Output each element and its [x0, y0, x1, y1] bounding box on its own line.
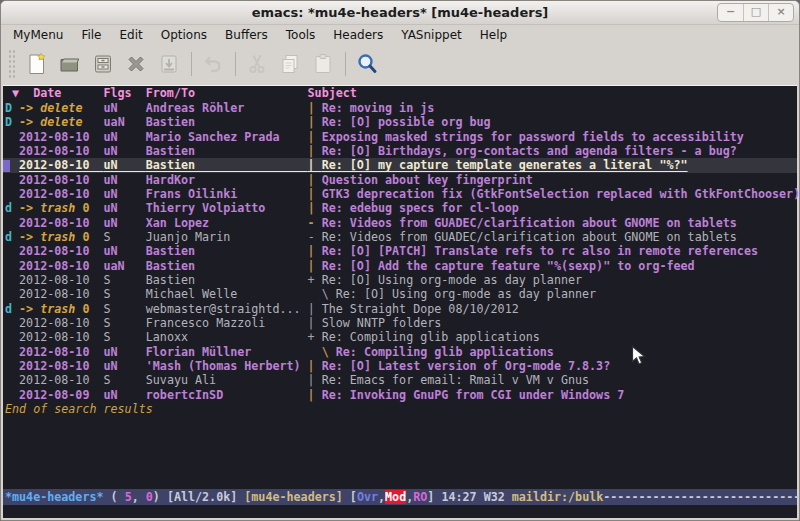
- menu-tools[interactable]: Tools: [277, 28, 325, 42]
- flags-cell: uN: [104, 101, 146, 115]
- from-cell: Frans Oilinki: [146, 187, 308, 201]
- thread-prefix: |: [308, 101, 322, 115]
- thread-prefix: |: [308, 144, 322, 158]
- message-row[interactable]: 2012-08-10 uN Florian Müllner \ Re: Comp…: [3, 345, 797, 359]
- menu-options[interactable]: Options: [152, 28, 216, 42]
- menu-help[interactable]: Help: [471, 28, 516, 42]
- menu-edit[interactable]: Edit: [111, 28, 152, 42]
- modeline-ro: RO: [413, 490, 427, 504]
- from-cell: Thierry Volpiatto: [146, 201, 308, 215]
- row-body: 2012-08-10 S Lanoxx + Re: Compiling glib…: [19, 330, 540, 344]
- menu-mymenu[interactable]: MyMenu: [4, 28, 72, 42]
- mark-char-cell: [5, 316, 19, 330]
- window-controls: −□×: [717, 3, 794, 22]
- message-row[interactable]: 2012-08-10 uN Bastien | Re: [O] Birthday…: [3, 144, 797, 158]
- search-button[interactable]: [354, 51, 380, 77]
- subject-cell: Re: edebug specs for cl-loop: [322, 201, 519, 215]
- message-row[interactable]: D -> delete uN Andreas Röhler | Re: movi…: [3, 101, 797, 115]
- menu-headers[interactable]: Headers: [324, 28, 392, 42]
- toolbar-grip-handle[interactable]: [8, 49, 16, 79]
- modeline-num: 0: [146, 490, 153, 504]
- thread-prefix: +: [308, 273, 322, 287]
- menu-yasnippet[interactable]: YASnippet: [392, 28, 471, 42]
- subject-cell: Re: Compiling glib applications: [336, 345, 554, 359]
- toolbar-separator: [345, 52, 346, 76]
- date-cell: 2012-08-10: [19, 345, 103, 359]
- row-body: 2012-08-09 uN robertcInSD | Re: Invoking…: [19, 388, 624, 402]
- modeline-pl: [: [350, 490, 357, 504]
- minibuffer-echo-area[interactable]: [3, 505, 797, 521]
- row-body: 2012-08-10 uN Bastien | Re: [O] Birthday…: [19, 144, 737, 158]
- new-file-button[interactable]: [24, 51, 50, 77]
- thread-prefix: |: [308, 316, 322, 330]
- from-cell: Bastien: [146, 244, 308, 258]
- delete-button[interactable]: [123, 51, 149, 77]
- message-row[interactable]: 2012-08-10 uN Bastien | Re: [O] [PATCH] …: [3, 244, 797, 258]
- subject-cell: Exposing masked strings for password fie…: [322, 130, 744, 144]
- message-row[interactable]: d -> trash 0 uN Thierry Volpiatto | Re: …: [3, 201, 797, 215]
- flags-cell: uaN: [104, 259, 146, 273]
- message-row[interactable]: 2012-08-10 uN Frans Oilinki | GTK3 depre…: [3, 187, 797, 201]
- from-cell: Bastien: [146, 259, 308, 273]
- title-bar[interactable]: emacs: *mu4e-headers* [mu4e-headers] −□×: [1, 1, 799, 25]
- open-folder-button[interactable]: [57, 51, 83, 77]
- from-cell: Michael Welle: [146, 287, 308, 301]
- maximize-button[interactable]: □: [743, 4, 768, 21]
- message-row[interactable]: 2012-08-10 uN Bastien | Re: [O] my captu…: [3, 158, 797, 172]
- flags-cell: uN: [104, 216, 146, 230]
- close-button[interactable]: ×: [768, 4, 793, 21]
- modeline-pl: ]: [427, 490, 441, 504]
- from-cell: Francesco Mazzoli: [146, 316, 308, 330]
- subject-cell: Re: [O] [PATCH] Translate refs to rc als…: [322, 244, 758, 258]
- save-button[interactable]: [90, 51, 116, 77]
- message-row[interactable]: 2012-08-10 S Francesco Mazzoli | Slow NN…: [3, 316, 797, 330]
- flags-cell: S: [104, 373, 146, 387]
- thread-prefix: |: [308, 259, 322, 273]
- row-body: 2012-08-10 uN Bastien | Re: [O] my captu…: [19, 158, 688, 172]
- thread-prefix: \: [308, 345, 336, 359]
- message-row[interactable]: 2012-08-09 uN robertcInSD | Re: Invoking…: [3, 388, 797, 402]
- row-body: 2012-08-10 uN Mario Sanchez Prada | Expo…: [19, 130, 744, 144]
- message-row[interactable]: 2012-08-10 uN Mario Sanchez Prada | Expo…: [3, 130, 797, 144]
- message-row[interactable]: 2012-08-10 uN HardKor | Question about k…: [3, 173, 797, 187]
- message-row[interactable]: 2012-08-10 uaN Bastien | Re: [O] Add the…: [3, 259, 797, 273]
- date-cell: 2012-08-10: [19, 373, 103, 387]
- message-row[interactable]: 2012-08-10 S Michael Welle \ Re: [O] Usi…: [3, 287, 797, 301]
- mark-char-cell: D: [5, 115, 19, 129]
- subject-cell: Re: Videos from GUADEC/clarification abo…: [322, 230, 737, 244]
- message-row[interactable]: 2012-08-10 uN Xan Lopez - Re: Videos fro…: [3, 216, 797, 230]
- headers-column-line: ▼ Date Flgs From/To Subject: [3, 86, 797, 101]
- message-row[interactable]: 2012-08-10 uN 'Mash (Thomas Herbert) | R…: [3, 359, 797, 373]
- end-of-results: End of search results: [3, 402, 797, 416]
- thread-prefix: |: [308, 388, 322, 402]
- subject-cell: Re: Invoking GnuPG from CGI under Window…: [322, 388, 625, 402]
- menu-buffers[interactable]: Buffers: [216, 28, 277, 42]
- minimize-button[interactable]: −: [718, 4, 743, 21]
- window-title: emacs: *mu4e-headers* [mu4e-headers]: [252, 5, 549, 20]
- from-cell: Florian Müllner: [146, 345, 308, 359]
- date-cell: 2012-08-10: [19, 273, 103, 287]
- mark-char-cell: [5, 144, 19, 158]
- paste-button: [310, 51, 336, 77]
- row-body: -> delete uaN Bastien | Re: [O] possible…: [19, 115, 491, 129]
- mark-action-cell: -> delete: [19, 101, 103, 115]
- thread-prefix: |: [308, 359, 322, 373]
- thread-prefix: |: [308, 130, 322, 144]
- message-row[interactable]: d -> trash 0 S Juanjo Marin - Re: Videos…: [3, 230, 797, 244]
- mark-action-cell: -> trash 0: [19, 201, 103, 215]
- date-cell: 2012-08-10: [19, 259, 103, 273]
- menu-file[interactable]: File: [72, 28, 110, 42]
- emacs-window: emacs: *mu4e-headers* [mu4e-headers] −□×…: [0, 0, 800, 521]
- message-row[interactable]: d -> trash 0 S webmaster@straightd... | …: [3, 302, 797, 316]
- message-row[interactable]: 2012-08-10 S Lanoxx + Re: Compiling glib…: [3, 330, 797, 344]
- thread-prefix: -: [308, 216, 322, 230]
- flags-cell: uN: [104, 201, 146, 215]
- from-cell: 'Mash (Thomas Herbert): [146, 359, 308, 373]
- message-row[interactable]: 2012-08-10 S Bastien + Re: [O] Using org…: [3, 273, 797, 287]
- toolbar-separator: [235, 52, 236, 76]
- thread-prefix: |: [308, 173, 322, 187]
- mark-char-cell: d: [5, 302, 19, 316]
- message-row[interactable]: D -> delete uaN Bastien | Re: [O] possib…: [3, 115, 797, 129]
- message-row[interactable]: 2012-08-10 S Suvayu Ali | Re: Emacs for …: [3, 373, 797, 387]
- flags-cell: S: [104, 230, 146, 244]
